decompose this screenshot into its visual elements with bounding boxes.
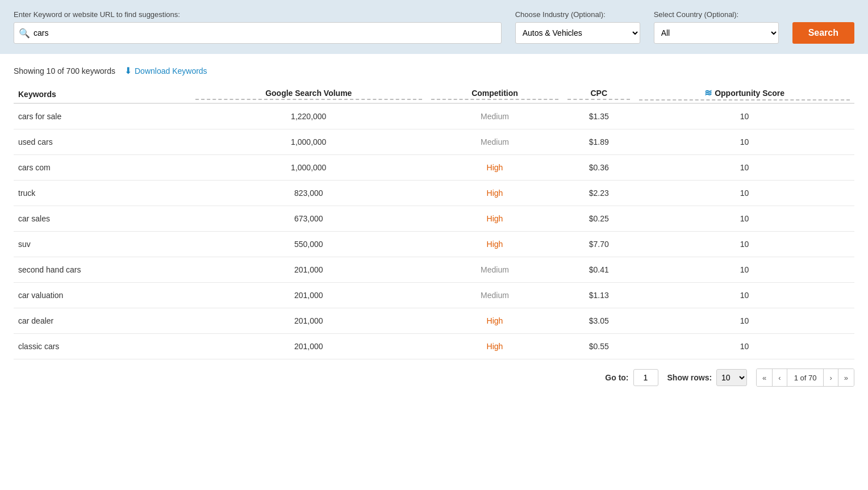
cell-keyword: used cars bbox=[14, 129, 191, 155]
cell-cpc: $0.55 bbox=[563, 334, 635, 359]
cell-cpc: $1.89 bbox=[563, 129, 635, 155]
download-label: Download Keywords bbox=[135, 66, 207, 76]
col-opportunity: ≋ Opportunity Score bbox=[635, 82, 854, 103]
industry-section: Choose Industry (Optional): Autos & Vehi… bbox=[515, 10, 640, 44]
cell-opportunity: 10 bbox=[635, 334, 854, 359]
search-icon: 🔍 bbox=[19, 28, 30, 39]
first-page-button[interactable]: « bbox=[757, 369, 773, 386]
cell-opportunity: 10 bbox=[635, 155, 854, 181]
cell-cpc: $1.35 bbox=[563, 103, 635, 129]
col-keywords: Keywords bbox=[14, 82, 191, 103]
cell-competition: High bbox=[427, 308, 564, 334]
cell-volume: 550,000 bbox=[191, 232, 427, 257]
next-page-button[interactable]: › bbox=[824, 369, 838, 386]
opportunity-icon: ≋ bbox=[704, 87, 712, 98]
prev-page-button[interactable]: ‹ bbox=[773, 369, 787, 386]
table-row: cars for sale 1,220,000 Medium $1.35 10 bbox=[14, 103, 854, 129]
country-section: Select Country (Optional): All United St… bbox=[654, 10, 779, 44]
cell-opportunity: 10 bbox=[635, 283, 854, 308]
table-row: second hand cars 201,000 Medium $0.41 10 bbox=[14, 257, 854, 283]
cell-opportunity: 10 bbox=[635, 103, 854, 129]
keyword-input[interactable] bbox=[30, 28, 496, 37]
cell-volume: 1,000,000 bbox=[191, 129, 427, 155]
col-competition: Competition bbox=[427, 82, 564, 103]
cell-volume: 823,000 bbox=[191, 181, 427, 206]
cell-cpc: $0.41 bbox=[563, 257, 635, 283]
cell-keyword: truck bbox=[14, 181, 191, 206]
cell-competition: High bbox=[427, 334, 564, 359]
cell-cpc: $3.05 bbox=[563, 308, 635, 334]
keyword-input-wrap: 🔍 bbox=[14, 22, 502, 44]
cell-keyword: classic cars bbox=[14, 334, 191, 359]
cell-cpc: $7.70 bbox=[563, 232, 635, 257]
cell-cpc: $2.23 bbox=[563, 181, 635, 206]
cell-volume: 201,000 bbox=[191, 283, 427, 308]
pagination-controls: « ‹ 1 of 70 › » bbox=[756, 368, 854, 387]
table-row: car valuation 201,000 Medium $1.13 10 bbox=[14, 283, 854, 308]
cell-opportunity: 10 bbox=[635, 308, 854, 334]
keyword-label: Enter Keyword or website URL to find sug… bbox=[14, 10, 502, 19]
pagination-row: Go to: Show rows: 10 25 50 100 « ‹ 1 of … bbox=[0, 359, 868, 396]
cell-volume: 673,000 bbox=[191, 206, 427, 232]
cell-volume: 201,000 bbox=[191, 334, 427, 359]
showrows-section: Show rows: 10 25 50 100 bbox=[667, 369, 748, 386]
cell-competition: Medium bbox=[427, 129, 564, 155]
cell-keyword: second hand cars bbox=[14, 257, 191, 283]
showrows-select[interactable]: 10 25 50 100 bbox=[716, 369, 747, 386]
showing-text: Showing 10 of 700 keywords bbox=[14, 66, 115, 76]
cell-competition: High bbox=[427, 181, 564, 206]
cell-keyword: cars for sale bbox=[14, 103, 191, 129]
cell-keyword: car dealer bbox=[14, 308, 191, 334]
cell-competition: Medium bbox=[427, 103, 564, 129]
keyword-section: Enter Keyword or website URL to find sug… bbox=[14, 10, 502, 44]
table-row: suv 550,000 High $7.70 10 bbox=[14, 232, 854, 257]
cell-opportunity: 10 bbox=[635, 129, 854, 155]
results-header: Showing 10 of 700 keywords ⬇ Download Ke… bbox=[0, 54, 868, 82]
table-row: cars com 1,000,000 High $0.36 10 bbox=[14, 155, 854, 181]
col-cpc: CPC bbox=[563, 82, 635, 103]
cell-competition: High bbox=[427, 232, 564, 257]
download-keywords-link[interactable]: ⬇ Download Keywords bbox=[124, 65, 207, 76]
search-bar: Enter Keyword or website URL to find sug… bbox=[0, 0, 868, 54]
cell-opportunity: 10 bbox=[635, 206, 854, 232]
cell-competition: High bbox=[427, 206, 564, 232]
cell-cpc: $1.13 bbox=[563, 283, 635, 308]
download-icon: ⬇ bbox=[124, 65, 132, 76]
cell-competition: Medium bbox=[427, 283, 564, 308]
industry-select[interactable]: Autos & Vehicles All Industries Business… bbox=[515, 22, 640, 44]
goto-input[interactable] bbox=[633, 369, 658, 386]
cell-keyword: suv bbox=[14, 232, 191, 257]
cell-cpc: $0.36 bbox=[563, 155, 635, 181]
showrows-label: Show rows: bbox=[667, 373, 712, 382]
goto-label: Go to: bbox=[605, 373, 628, 382]
table-row: car sales 673,000 High $0.25 10 bbox=[14, 206, 854, 232]
cell-volume: 201,000 bbox=[191, 308, 427, 334]
country-label: Select Country (Optional): bbox=[654, 10, 779, 19]
cell-volume: 201,000 bbox=[191, 257, 427, 283]
cell-volume: 1,220,000 bbox=[191, 103, 427, 129]
cell-keyword: car valuation bbox=[14, 283, 191, 308]
cell-competition: High bbox=[427, 155, 564, 181]
industry-label: Choose Industry (Optional): bbox=[515, 10, 640, 19]
cell-keyword: cars com bbox=[14, 155, 191, 181]
table-row: car dealer 201,000 High $3.05 10 bbox=[14, 308, 854, 334]
cell-opportunity: 10 bbox=[635, 181, 854, 206]
keywords-table-wrap: Keywords Google Search Volume Competitio… bbox=[0, 82, 868, 359]
cell-volume: 1,000,000 bbox=[191, 155, 427, 181]
col-volume: Google Search Volume bbox=[191, 82, 427, 103]
cell-competition: Medium bbox=[427, 257, 564, 283]
cell-opportunity: 10 bbox=[635, 257, 854, 283]
cell-opportunity: 10 bbox=[635, 232, 854, 257]
search-button[interactable]: Search bbox=[792, 22, 854, 44]
last-page-button[interactable]: » bbox=[838, 369, 854, 386]
table-row: classic cars 201,000 High $0.55 10 bbox=[14, 334, 854, 359]
table-row: truck 823,000 High $2.23 10 bbox=[14, 181, 854, 206]
cell-cpc: $0.25 bbox=[563, 206, 635, 232]
goto-section: Go to: bbox=[605, 369, 658, 386]
country-select[interactable]: All United States United Kingdom Canada … bbox=[654, 22, 779, 44]
table-row: used cars 1,000,000 Medium $1.89 10 bbox=[14, 129, 854, 155]
cell-keyword: car sales bbox=[14, 206, 191, 232]
page-info: 1 of 70 bbox=[787, 369, 824, 386]
keywords-table: Keywords Google Search Volume Competitio… bbox=[14, 82, 854, 359]
